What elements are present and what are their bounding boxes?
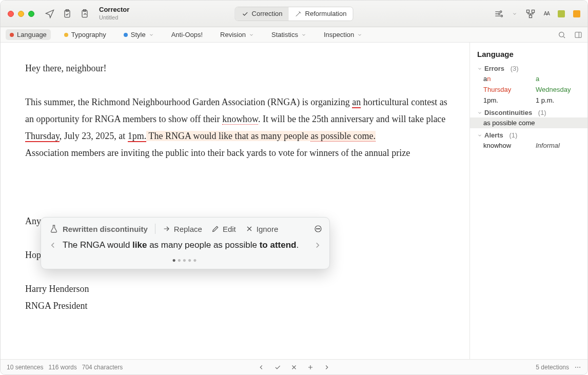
discontinuity-highlight[interactable]: The RNGA would like that as many people bbox=[146, 131, 310, 141]
svg-point-3 bbox=[498, 13, 500, 14]
tab-revision-label: Revision bbox=[220, 31, 246, 38]
side-heading: Language bbox=[470, 50, 587, 64]
tab-style[interactable]: Style bbox=[120, 29, 158, 40]
svg-point-13 bbox=[319, 228, 320, 229]
next-suggestion-button[interactable] bbox=[313, 241, 322, 250]
settings-sliders-icon[interactable] bbox=[494, 9, 504, 19]
theme-swatch-olive[interactable] bbox=[558, 10, 565, 17]
status-sentences: 10 sentences bbox=[7, 364, 43, 371]
signature-title: RNGA President bbox=[25, 298, 449, 314]
accept-button[interactable] bbox=[274, 364, 281, 371]
chevron-down-icon bbox=[477, 66, 482, 71]
title-block: Corrector Untitled bbox=[99, 6, 129, 21]
ignore-button[interactable]: Ignore bbox=[245, 225, 279, 233]
edit-button[interactable]: Edit bbox=[211, 225, 236, 233]
tab-typography[interactable]: Typography bbox=[60, 29, 110, 40]
svg-rect-5 bbox=[526, 10, 529, 12]
paragraph: Hey there, neighbour! bbox=[25, 60, 449, 77]
tab-antioops[interactable]: Anti-Oops! bbox=[167, 29, 207, 40]
check-icon bbox=[242, 10, 249, 17]
flask-icon bbox=[49, 224, 58, 233]
theme-swatch-orange[interactable] bbox=[573, 10, 580, 17]
window-controls bbox=[8, 11, 34, 17]
discontinuity-highlight-end[interactable]: as possible come. bbox=[310, 131, 375, 142]
svg-point-16 bbox=[579, 367, 580, 368]
maximize-window-button[interactable] bbox=[28, 11, 34, 17]
tab-revision[interactable]: Revision bbox=[216, 29, 258, 40]
alert-row[interactable]: knowhow Informal bbox=[470, 140, 587, 151]
add-button[interactable] bbox=[307, 364, 314, 371]
chevron-down-icon bbox=[301, 32, 306, 37]
tree-icon[interactable] bbox=[525, 9, 536, 19]
tabbar: Language Typography Style Anti-Oops! Rev… bbox=[1, 27, 587, 43]
error-1pm[interactable]: 1pm. bbox=[128, 131, 147, 142]
font-size-control[interactable]: AA bbox=[544, 11, 550, 16]
paragraph: Association members are inviting the pub… bbox=[25, 145, 449, 162]
error-row[interactable]: an a bbox=[470, 73, 587, 84]
prev-suggestion-button[interactable] bbox=[48, 241, 57, 250]
prev-detection-button[interactable] bbox=[258, 364, 265, 371]
mode-correction-label: Correction bbox=[252, 10, 283, 17]
error-row[interactable]: 1pm. 1 p.m. bbox=[470, 95, 587, 106]
tab-statistics-label: Statistics bbox=[271, 31, 298, 38]
side-panel: Language Errors (3) an a Thursday Wednes… bbox=[469, 43, 587, 359]
app-title: Corrector bbox=[99, 6, 129, 14]
titlebar: Corrector Untitled Correction Reformulat… bbox=[1, 1, 587, 27]
chevron-down-icon[interactable] bbox=[512, 11, 517, 16]
chevron-down-icon bbox=[357, 32, 362, 37]
x-icon bbox=[245, 225, 253, 233]
tab-inspection-label: Inspection bbox=[324, 31, 354, 38]
chevron-down-icon bbox=[477, 110, 482, 115]
status-chars: 704 characters bbox=[82, 364, 123, 371]
next-detection-button[interactable] bbox=[323, 364, 330, 371]
svg-point-11 bbox=[317, 228, 317, 229]
group-errors[interactable]: Errors (3) bbox=[470, 64, 587, 73]
tab-inspection[interactable]: Inspection bbox=[320, 29, 366, 40]
more-icon[interactable] bbox=[574, 364, 581, 371]
error-row[interactable]: Thursday Wednesday bbox=[470, 84, 587, 95]
tab-language-label: Language bbox=[17, 31, 47, 38]
replace-button[interactable]: Replace bbox=[163, 225, 202, 233]
bullet-icon bbox=[124, 33, 128, 37]
group-alerts[interactable]: Alerts (1) bbox=[470, 130, 587, 140]
tab-statistics[interactable]: Statistics bbox=[267, 29, 310, 40]
error-thursday[interactable]: Thursday bbox=[25, 131, 60, 142]
error-an[interactable]: an bbox=[352, 97, 361, 108]
mode-reformulation[interactable]: Reformulation bbox=[289, 7, 353, 21]
discontinuity-row[interactable]: as possible come bbox=[470, 117, 587, 128]
svg-point-4 bbox=[501, 15, 502, 16]
clipboard-arrow-icon[interactable] bbox=[80, 9, 90, 19]
tab-typography-label: Typography bbox=[71, 31, 106, 38]
chevron-down-icon bbox=[249, 32, 254, 37]
document-name: Untitled bbox=[99, 14, 129, 21]
svg-point-15 bbox=[577, 367, 578, 368]
suggestion-text: The RNGA would like as many people as po… bbox=[63, 240, 308, 250]
titlebar-right-icons: AA bbox=[494, 9, 580, 19]
alert-knowhow[interactable]: knowhow bbox=[222, 114, 258, 125]
mode-segment: Correction Reformulation bbox=[235, 7, 354, 21]
minimize-window-button[interactable] bbox=[18, 11, 24, 17]
search-icon[interactable] bbox=[558, 31, 566, 39]
more-icon bbox=[314, 225, 322, 233]
group-discontinuities[interactable]: Discontinuities (1) bbox=[470, 108, 587, 117]
suggestion-popover: Rewritten discontinuity Replace Edit Ign… bbox=[41, 217, 330, 269]
mode-correction[interactable]: Correction bbox=[236, 7, 289, 21]
svg-point-8 bbox=[559, 32, 564, 36]
status-words: 116 words bbox=[48, 364, 76, 371]
paragraph: This summer, the Richmond Neighbourhood … bbox=[25, 94, 449, 145]
tab-antioops-label: Anti-Oops! bbox=[171, 31, 203, 38]
more-button[interactable] bbox=[314, 225, 322, 233]
wand-icon bbox=[295, 10, 302, 17]
svg-rect-6 bbox=[532, 10, 534, 12]
close-window-button[interactable] bbox=[8, 11, 14, 17]
tab-language[interactable]: Language bbox=[6, 29, 51, 40]
svg-point-14 bbox=[575, 367, 576, 368]
editor[interactable]: Hey there, neighbour! This summer, the R… bbox=[1, 43, 469, 359]
send-icon[interactable] bbox=[45, 9, 55, 19]
replace-arrow-icon bbox=[163, 225, 171, 233]
clipboard-check-icon[interactable] bbox=[62, 9, 72, 19]
reject-button[interactable] bbox=[290, 364, 298, 371]
panel-toggle-icon[interactable] bbox=[574, 31, 582, 39]
chevron-down-icon bbox=[149, 32, 154, 37]
svg-point-12 bbox=[318, 228, 318, 229]
